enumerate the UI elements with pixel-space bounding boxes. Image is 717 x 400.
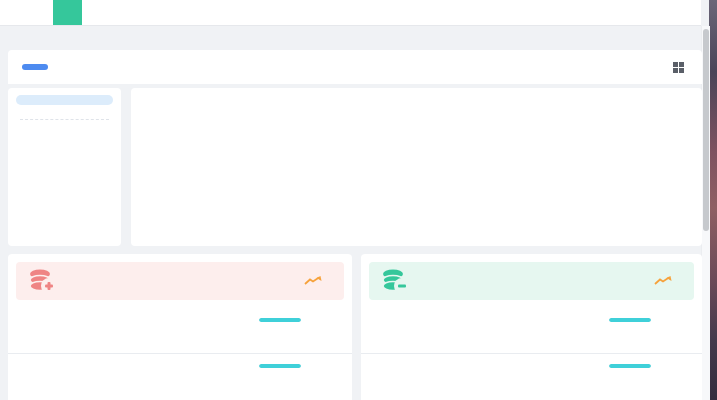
scrollbar-thumb[interactable] (703, 29, 709, 231)
table-row (361, 331, 702, 354)
income-ratio (304, 276, 322, 287)
profit-chart-card (131, 88, 702, 246)
table-row (8, 308, 352, 331)
table-row (8, 377, 352, 400)
list-view-toggle[interactable] (673, 62, 688, 73)
table-row (361, 308, 702, 331)
toolbar (8, 50, 702, 84)
tab-bar (0, 0, 701, 26)
profit-summary-card (8, 88, 121, 246)
tab-daily-report[interactable] (24, 0, 53, 25)
trend-up-icon (304, 276, 322, 286)
progress-bar (259, 364, 301, 368)
profit-line-chart (139, 112, 695, 244)
summary-income-row (8, 120, 121, 127)
grid-icon (673, 62, 684, 73)
desktop-wallpaper-sliver (709, 0, 717, 400)
summary-expense-row (8, 127, 121, 134)
progress-bar (259, 318, 301, 322)
coins-plus-icon (28, 267, 58, 295)
income-banner (16, 262, 344, 300)
app-window (0, 0, 717, 400)
expense-detail-card (361, 254, 702, 400)
tab-profit-forecast[interactable] (53, 0, 82, 25)
progress-bar (609, 364, 651, 368)
expense-banner (369, 262, 694, 300)
coins-minus-icon (381, 267, 411, 295)
table-row (361, 377, 702, 400)
month-badge (16, 95, 113, 105)
progress-bar (609, 318, 651, 322)
tab-home[interactable] (0, 0, 24, 25)
income-detail-card (8, 254, 352, 400)
table-row (8, 331, 352, 354)
period-year-toggle[interactable] (48, 64, 74, 70)
vertical-scrollbar[interactable] (701, 26, 710, 400)
period-month-toggle[interactable] (22, 64, 48, 70)
expense-ratio (654, 276, 672, 287)
table-row (361, 354, 702, 377)
trend-up-icon (654, 276, 672, 286)
table-row (8, 354, 352, 377)
